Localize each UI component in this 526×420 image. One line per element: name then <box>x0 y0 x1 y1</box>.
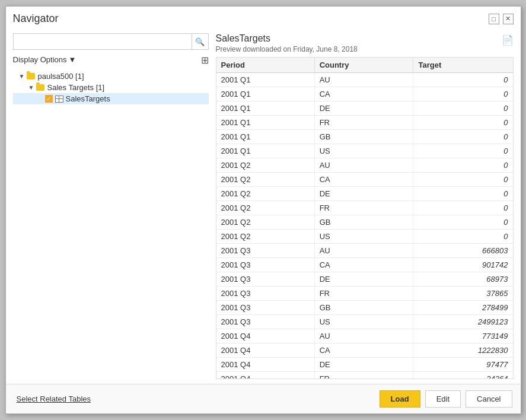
cell-period: 2001 Q1 <box>216 144 315 158</box>
cell-country: AU <box>314 158 413 173</box>
cell-target: 0 <box>413 87 513 101</box>
cell-period: 2001 Q3 <box>216 244 315 258</box>
table-row: 2001 Q3GB278499 <box>216 301 513 315</box>
table-row: 2001 Q2AU0 <box>216 158 513 173</box>
cell-period: 2001 Q2 <box>216 201 315 215</box>
cell-country: DE <box>314 358 413 372</box>
table-row: 2001 Q1GB0 <box>216 130 513 144</box>
display-options-row: Display Options ▼ ⊞ <box>13 53 209 66</box>
table-row: 2001 Q3FR37865 <box>216 287 513 301</box>
table-row: 2001 Q4AU773149 <box>216 329 513 343</box>
cell-period: 2001 Q3 <box>216 272 315 287</box>
cell-target: 97477 <box>413 358 513 372</box>
cell-target: 0 <box>413 158 513 173</box>
table-body: 2001 Q1AU02001 Q1CA02001 Q1DE02001 Q1FR0… <box>216 73 513 380</box>
preview-table-container[interactable]: Period Country Target 2001 Q1AU02001 Q1C… <box>216 57 514 379</box>
export-icon: 📄 <box>502 35 514 45</box>
table-row: 2001 Q4FR34364 <box>216 372 513 380</box>
cancel-button[interactable]: Cancel <box>466 390 512 408</box>
table-row: 2001 Q2CA0 <box>216 173 513 187</box>
table-row: 2001 Q3DE68973 <box>216 272 513 287</box>
tree-item-sales-targets-table[interactable]: ✓ SalesTargets <box>13 93 209 104</box>
table-icon-sales-targets <box>55 96 63 103</box>
cell-period: 2001 Q2 <box>216 158 315 173</box>
cell-target: 34364 <box>413 372 513 380</box>
table-header-row: Period Country Target <box>216 58 513 73</box>
close-button[interactable]: ✕ <box>503 14 514 24</box>
cell-period: 2001 Q1 <box>216 87 315 101</box>
cell-target: 0 <box>413 144 513 158</box>
preview-mode-button[interactable]: ⊞ <box>201 55 209 66</box>
cell-target: 0 <box>413 73 513 87</box>
cell-target: 1222830 <box>413 343 513 358</box>
cell-target: 2499123 <box>413 315 513 329</box>
table-row: 2001 Q1DE0 <box>216 101 513 116</box>
cell-period: 2001 Q3 <box>216 315 315 329</box>
cell-target: 0 <box>413 116 513 130</box>
title-bar: Navigator □ ✕ <box>6 7 521 28</box>
cell-period: 2001 Q1 <box>216 130 315 144</box>
cell-country: GB <box>314 301 413 315</box>
display-options-button[interactable]: Display Options ▼ <box>13 55 76 64</box>
cell-period: 2001 Q2 <box>216 187 315 201</box>
cell-country: US <box>314 230 413 244</box>
edit-button[interactable]: Edit <box>425 390 461 408</box>
expand-arrow-sales-targets: ▼ <box>27 84 36 91</box>
expand-arrow-paulsa500: ▼ <box>18 73 26 79</box>
cell-country: CA <box>314 258 413 272</box>
navigator-dialog: Navigator □ ✕ 🔍 Display Options ▼ <box>5 6 521 414</box>
table-row: 2001 Q1CA0 <box>216 87 513 101</box>
cell-period: 2001 Q1 <box>216 116 315 130</box>
table-row: 2001 Q2US0 <box>216 230 513 244</box>
table-row: 2001 Q3AU666803 <box>216 244 513 258</box>
cell-target: 278499 <box>413 301 513 315</box>
chevron-down-icon: ▼ <box>69 55 76 64</box>
col-header-period: Period <box>216 58 315 73</box>
cell-target: 0 <box>413 173 513 187</box>
main-content: 🔍 Display Options ▼ ⊞ ▼ <box>6 28 521 384</box>
select-related-tables-button[interactable]: Select Related Tables <box>14 391 94 407</box>
cell-target: 37865 <box>413 287 513 301</box>
cell-country: AU <box>314 73 413 87</box>
cell-country: FR <box>314 201 413 215</box>
cell-country: DE <box>314 272 413 287</box>
cell-target: 666803 <box>413 244 513 258</box>
footer-right: Load Edit Cancel <box>380 390 512 408</box>
table-row: 2001 Q3US2499123 <box>216 315 513 329</box>
cell-period: 2001 Q3 <box>216 258 315 272</box>
table-row: 2001 Q2GB0 <box>216 215 513 230</box>
cell-target: 0 <box>413 230 513 244</box>
cell-period: 2001 Q2 <box>216 230 315 244</box>
cell-period: 2001 Q2 <box>216 173 315 187</box>
search-button[interactable]: 🔍 <box>192 34 208 49</box>
window-controls: □ ✕ <box>489 14 514 24</box>
preview-subtitle: Preview downloaded on Friday, June 8, 20… <box>216 45 358 53</box>
cell-country: AU <box>314 244 413 258</box>
table-row: 2001 Q1AU0 <box>216 73 513 87</box>
cell-target: 0 <box>413 101 513 116</box>
preview-export-button[interactable]: 📄 <box>502 34 514 46</box>
search-icon: 🔍 <box>195 37 205 46</box>
search-bar: 🔍 <box>13 33 209 50</box>
right-panel: SalesTargets Preview downloaded on Frida… <box>216 33 514 379</box>
preview-title-block: SalesTargets Preview downloaded on Frida… <box>216 33 358 53</box>
cell-target: 0 <box>413 201 513 215</box>
tree-item-paulsa500[interactable]: ▼ paulsa500 [1] <box>13 71 209 82</box>
minimize-button[interactable]: □ <box>489 14 499 24</box>
col-header-target: Target <box>413 58 513 73</box>
tree-item-sales-targets[interactable]: ▼ Sales Targets [1] <box>13 82 209 93</box>
tree-view: ▼ paulsa500 [1] ▼ Sales Targets [1] <box>13 71 209 379</box>
tree-label-paulsa500: paulsa500 [1] <box>38 72 84 81</box>
table-row: 2001 Q1US0 <box>216 144 513 158</box>
cell-country: US <box>314 144 413 158</box>
cell-country: FR <box>314 287 413 301</box>
table-row: 2001 Q1FR0 <box>216 116 513 130</box>
cell-period: 2001 Q3 <box>216 301 315 315</box>
cell-period: 2001 Q1 <box>216 101 315 116</box>
load-button[interactable]: Load <box>380 390 420 408</box>
footer-left: Select Related Tables <box>14 391 94 407</box>
preview-title: SalesTargets <box>216 33 358 44</box>
search-input[interactable] <box>14 35 192 49</box>
checkbox-sales-targets[interactable]: ✓ <box>45 95 53 103</box>
cell-target: 901742 <box>413 258 513 272</box>
